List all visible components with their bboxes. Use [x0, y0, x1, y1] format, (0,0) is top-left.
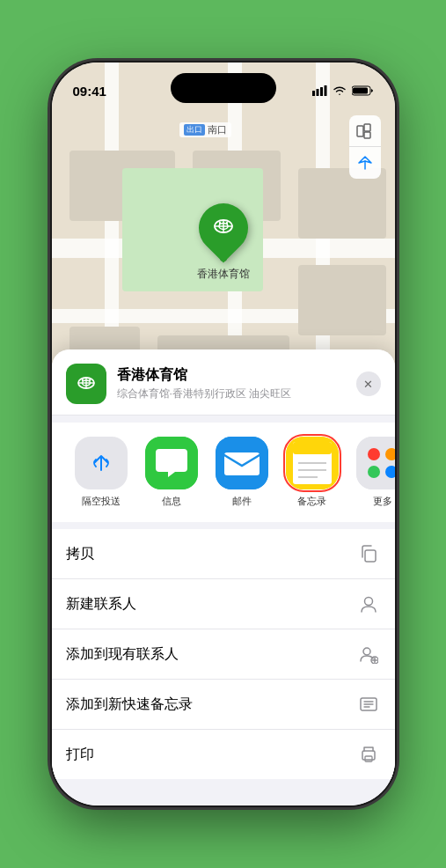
svg-point-32 — [368, 448, 380, 460]
map-exit-badge: 出口 — [184, 124, 205, 136]
quick-note-label: 添加到新快速备忘录 — [66, 695, 193, 714]
svg-rect-3 — [324, 85, 326, 96]
map-type-button[interactable] — [349, 115, 381, 147]
svg-rect-36 — [365, 550, 376, 562]
share-more[interactable]: 更多 — [347, 437, 395, 508]
airdrop-label: 隔空投送 — [82, 495, 121, 508]
copy-icon — [356, 541, 381, 566]
share-mail[interactable]: 邮件 — [207, 437, 277, 508]
bottom-sheet: 香港体育馆 综合体育馆·香港特别行政区 油尖旺区 ✕ 隔空投送 — [52, 349, 395, 805]
svg-rect-27 — [293, 442, 332, 454]
venue-icon — [66, 364, 106, 404]
print-label: 打印 — [66, 746, 94, 764]
svg-rect-24 — [224, 452, 260, 475]
airdrop-icon — [75, 437, 128, 489]
new-contact-label: 新建联系人 — [66, 595, 136, 614]
action-copy[interactable]: 拷贝 — [52, 529, 395, 579]
stadium-sheet-icon — [74, 371, 99, 396]
close-button[interactable]: ✕ — [356, 371, 381, 396]
notes-icon — [286, 437, 339, 489]
pin-marker — [188, 193, 258, 262]
sheet-title: 香港体育馆 — [117, 366, 346, 385]
share-messages[interactable]: 信息 — [136, 437, 207, 508]
mail-label: 邮件 — [232, 495, 252, 508]
svg-rect-46 — [362, 751, 375, 760]
action-add-contact[interactable]: 添加到现有联系人 — [52, 629, 395, 680]
signal-icon — [312, 85, 327, 96]
svg-rect-7 — [364, 124, 370, 131]
new-contact-icon — [356, 592, 381, 616]
action-print[interactable]: 打印 — [52, 730, 395, 779]
svg-point-37 — [364, 598, 372, 606]
action-list: 拷贝 新建联系人 — [52, 529, 395, 779]
svg-point-34 — [368, 466, 380, 478]
svg-rect-47 — [365, 756, 372, 761]
action-quick-note[interactable]: 添加到新快速备忘录 — [52, 680, 395, 730]
add-contact-label: 添加到现有联系人 — [66, 645, 179, 664]
messages-icon — [145, 437, 198, 489]
location-button[interactable] — [349, 147, 381, 179]
svg-rect-2 — [320, 87, 323, 96]
stadium-icon — [210, 215, 237, 241]
notes-label: 备忘录 — [297, 495, 326, 508]
svg-rect-8 — [364, 132, 370, 138]
svg-rect-1 — [316, 89, 318, 96]
print-icon — [356, 742, 381, 767]
svg-rect-31 — [356, 437, 395, 489]
sheet-subtitle: 综合体育馆·香港特别行政区 油尖旺区 — [117, 386, 346, 401]
share-row: 隔空投送 信息 — [52, 423, 395, 522]
status-time: 09:41 — [73, 84, 106, 99]
share-notes[interactable]: 备忘录 — [277, 437, 347, 508]
battery-icon — [352, 85, 374, 96]
dynamic-island — [171, 73, 276, 103]
copy-label: 拷贝 — [66, 545, 94, 563]
add-contact-icon — [356, 642, 381, 666]
map-controls — [349, 115, 381, 179]
home-indicator-space — [52, 779, 395, 805]
sheet-title-area: 香港体育馆 综合体育馆·香港特别行政区 油尖旺区 — [117, 366, 346, 401]
svg-point-38 — [363, 648, 370, 655]
quick-note-icon — [356, 692, 381, 717]
map-south-label: 出口 南口 — [179, 122, 231, 137]
status-icons — [312, 85, 374, 96]
mail-icon — [216, 437, 268, 489]
messages-label: 信息 — [162, 495, 181, 508]
phone-frame: 09:41 — [52, 63, 395, 805]
svg-rect-13 — [219, 222, 221, 224]
share-airdrop[interactable]: 隔空投送 — [66, 437, 136, 508]
more-icon — [356, 437, 395, 489]
wifi-icon — [333, 85, 347, 96]
action-new-contact[interactable]: 新建联系人 — [52, 579, 395, 629]
sheet-header: 香港体育馆 综合体育馆·香港特别行政区 油尖旺区 ✕ — [52, 349, 395, 416]
svg-rect-20 — [89, 379, 91, 382]
svg-rect-6 — [357, 126, 363, 136]
svg-rect-0 — [312, 91, 315, 96]
svg-rect-5 — [353, 88, 368, 94]
stadium-pin[interactable]: 香港体育馆 — [197, 203, 250, 282]
location-arrow-icon — [357, 155, 373, 171]
map-type-icon — [356, 122, 374, 140]
pin-label: 香港体育馆 — [197, 267, 250, 282]
close-icon: ✕ — [363, 378, 373, 391]
svg-rect-19 — [82, 379, 84, 382]
more-label: 更多 — [373, 495, 392, 508]
